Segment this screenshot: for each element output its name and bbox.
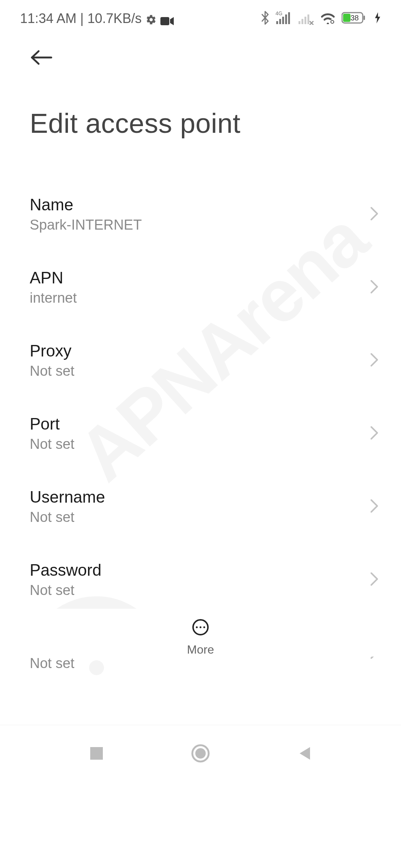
setting-value: Not set bbox=[30, 436, 74, 452]
more-label: More bbox=[187, 643, 214, 657]
svg-rect-20 bbox=[90, 747, 103, 760]
svg-point-22 bbox=[195, 748, 206, 759]
svg-rect-9 bbox=[304, 17, 306, 24]
nav-back-button[interactable] bbox=[293, 742, 316, 765]
svg-point-19 bbox=[203, 627, 205, 628]
chevron-right-icon bbox=[370, 499, 379, 515]
setting-name[interactable]: Name Spark-INTERNET bbox=[30, 184, 379, 257]
setting-value: Spark-INTERNET bbox=[30, 217, 142, 233]
svg-text:4G: 4G bbox=[276, 11, 283, 16]
setting-label: Password bbox=[30, 561, 101, 579]
back-button[interactable] bbox=[0, 33, 401, 67]
svg-rect-3 bbox=[279, 19, 281, 24]
svg-rect-6 bbox=[288, 12, 290, 24]
charging-icon bbox=[374, 11, 381, 26]
svg-rect-2 bbox=[276, 21, 278, 24]
setting-value: Not set bbox=[30, 582, 101, 598]
setting-port[interactable]: Port Not set bbox=[30, 403, 379, 476]
more-icon bbox=[192, 618, 209, 638]
setting-username[interactable]: Username Not set bbox=[30, 476, 379, 549]
setting-value: Not set bbox=[30, 655, 78, 671]
setting-label: Username bbox=[30, 488, 105, 506]
svg-rect-13 bbox=[363, 16, 365, 20]
wifi-icon bbox=[320, 11, 336, 26]
chevron-right-icon bbox=[370, 279, 379, 296]
status-left: 11:34 AM | 10.7KB/s bbox=[20, 11, 174, 26]
chevron-right-icon bbox=[370, 572, 379, 588]
status-divider: | bbox=[80, 11, 84, 26]
status-bar: 11:34 AM | 10.7KB/s 4G 38 bbox=[0, 0, 401, 33]
svg-rect-7 bbox=[299, 21, 300, 24]
setting-proxy[interactable]: Proxy Not set bbox=[30, 330, 379, 403]
status-thruput: 10.7KB/s bbox=[87, 11, 141, 26]
settings-list: Name Spark-INTERNET APN internet Proxy N… bbox=[0, 139, 401, 677]
camera-icon bbox=[160, 14, 174, 23]
more-button[interactable]: More bbox=[0, 609, 401, 657]
navigation-bar bbox=[0, 725, 401, 781]
setting-value: Not set bbox=[30, 363, 74, 379]
chevron-right-icon bbox=[370, 352, 379, 369]
svg-text:38: 38 bbox=[351, 14, 359, 22]
setting-apn[interactable]: APN internet bbox=[30, 257, 379, 330]
svg-rect-14 bbox=[343, 14, 351, 22]
status-right: 4G 38 bbox=[261, 11, 381, 26]
setting-label: Name bbox=[30, 195, 142, 214]
svg-rect-8 bbox=[301, 19, 303, 24]
svg-point-18 bbox=[200, 627, 202, 628]
battery-icon: 38 bbox=[342, 11, 368, 26]
chevron-right-icon bbox=[370, 206, 379, 223]
page-title: Edit access point bbox=[0, 67, 401, 139]
setting-value: Not set bbox=[30, 509, 105, 525]
setting-value: internet bbox=[30, 290, 77, 306]
signal-no-sim-icon bbox=[298, 11, 314, 26]
svg-point-17 bbox=[196, 627, 198, 628]
svg-rect-10 bbox=[307, 14, 309, 24]
setting-label: Proxy bbox=[30, 342, 74, 360]
bluetooth-icon bbox=[261, 11, 270, 26]
setting-label: Port bbox=[30, 415, 74, 433]
nav-recent-button[interactable] bbox=[85, 742, 108, 765]
svg-rect-0 bbox=[160, 17, 169, 25]
svg-rect-4 bbox=[282, 17, 284, 24]
chevron-right-icon bbox=[370, 425, 379, 442]
setting-label: APN bbox=[30, 269, 77, 287]
gear-icon bbox=[146, 13, 157, 24]
svg-rect-5 bbox=[285, 14, 287, 24]
signal-4g-icon: 4G bbox=[276, 11, 292, 26]
nav-home-button[interactable] bbox=[189, 742, 212, 765]
status-time: 11:34 AM bbox=[20, 11, 76, 26]
